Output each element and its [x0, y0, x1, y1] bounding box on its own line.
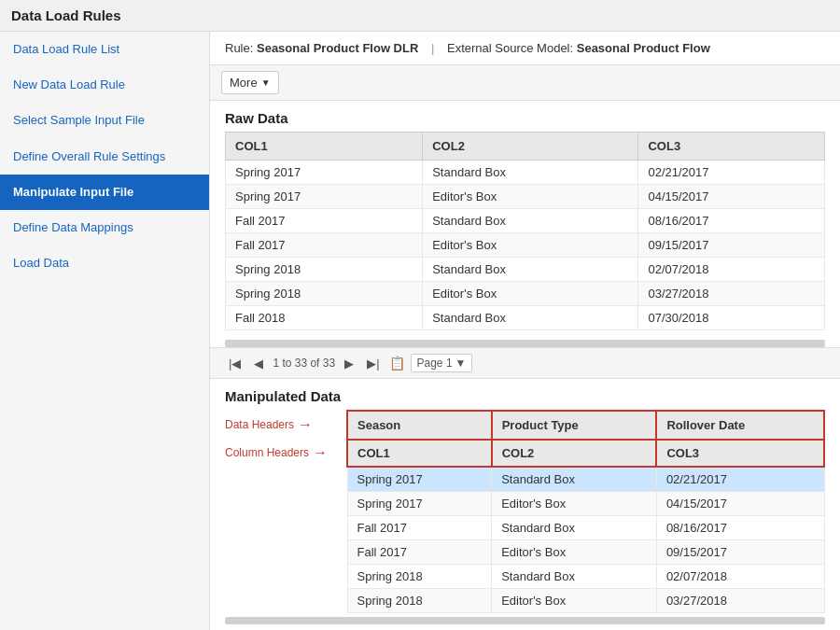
raw-cell-6-2: 07/30/2018 — [638, 306, 825, 330]
raw-cell-5-1: Editor's Box — [423, 282, 638, 306]
pagination-bar: |◀ ◀ 1 to 33 of 33 ▶ ▶| 📋 Page 1 ▼ — [210, 347, 840, 379]
raw-data-table-container: COL1COL2COL3 Spring 2017Standard Box02/2… — [210, 132, 840, 338]
sidebar-item-define-overall-rule-settings[interactable]: Define Overall Rule Settings — [0, 139, 209, 175]
annotations-wrapper: Data Headers → Column Headers → SeasonPr… — [225, 410, 825, 613]
raw-data-row: Fall 2018Standard Box07/30/2018 — [226, 306, 825, 330]
manip-cell-2-1: Standard Box — [492, 516, 657, 540]
raw-cell-3-2: 09/15/2017 — [638, 233, 825, 258]
raw-data-row: Spring 2018Standard Box02/07/2018 — [226, 258, 825, 282]
manipulated-section: Data Headers → Column Headers → SeasonPr… — [210, 410, 840, 613]
manip-data-row[interactable]: Fall 2017Standard Box08/16/2017 — [347, 516, 824, 540]
manipulated-table-wrapper: SeasonProduct TypeRollover Date COL1COL2… — [346, 410, 825, 613]
raw-cell-4-0: Spring 2018 — [226, 258, 423, 282]
data-headers-label: Data Headers → — [225, 416, 313, 433]
sidebar-item-load-data[interactable]: Load Data — [0, 245, 209, 281]
last-page-button[interactable]: ▶| — [363, 356, 383, 371]
main-container: Data Load Rule ListNew Data Load RuleSel… — [0, 32, 840, 630]
manip-cell-3-2: 09/15/2017 — [656, 540, 824, 565]
page-select[interactable]: Page 1 ▼ — [411, 354, 473, 372]
manip-cell-1-1: Editor's Box — [492, 492, 657, 516]
annotations-column: Data Headers → Column Headers → — [225, 410, 346, 613]
raw-cell-1-0: Spring 2017 — [226, 185, 423, 209]
raw-data-row: Fall 2017Standard Box08/16/2017 — [226, 209, 825, 233]
manip-cell-3-0: Fall 2017 — [347, 540, 492, 565]
manip-cell-1-0: Spring 2017 — [347, 492, 492, 516]
rule-label: Rule: — [225, 41, 253, 55]
manipulated-data-title: Manipulated Data — [210, 379, 840, 410]
chevron-down-icon: ▼ — [261, 77, 271, 88]
manip-cell-4-1: Standard Box — [492, 565, 657, 589]
raw-cell-1-1: Editor's Box — [423, 185, 638, 209]
sidebar-item-manipulate-input-file[interactable]: Manipulate Input File — [0, 175, 209, 210]
raw-data-row: Spring 2017Editor's Box04/15/2017 — [226, 185, 825, 209]
raw-cell-0-1: Standard Box — [423, 161, 638, 185]
manip-cell-0-2: 02/21/2017 — [656, 467, 824, 492]
external-label: External Source Model: — [447, 41, 573, 55]
page-chevron-icon: ▼ — [455, 357, 467, 370]
raw-cell-3-1: Editor's Box — [423, 233, 638, 258]
more-button-label: More — [230, 76, 258, 90]
manip-col-header-row: COL1COL2COL3 — [347, 440, 824, 467]
raw-cell-1-2: 04/15/2017 — [638, 185, 825, 209]
raw-cell-5-0: Spring 2018 — [226, 282, 423, 306]
manip-cell-5-0: Spring 2018 — [347, 589, 492, 613]
manip-header-row: SeasonProduct TypeRollover Date — [347, 411, 824, 440]
raw-data-row: Fall 2017Editor's Box09/15/2017 — [226, 233, 825, 258]
manip-col-header-1: COL2 — [492, 440, 657, 467]
main-content: Rule: Seasonal Product Flow DLR | Extern… — [210, 32, 840, 630]
column-headers-arrow: → — [313, 444, 328, 461]
raw-col-header-2: COL3 — [638, 133, 825, 161]
manip-cell-5-1: Editor's Box — [492, 589, 657, 613]
manip-data-body: Spring 2017Standard Box02/21/2017Spring … — [347, 467, 824, 613]
raw-cell-3-0: Fall 2017 — [226, 233, 423, 258]
manip-data-row[interactable]: Spring 2018Editor's Box03/27/2018 — [347, 589, 824, 613]
raw-data-row: Spring 2018Editor's Box03/27/2018 — [226, 282, 825, 306]
manip-data-row[interactable]: Fall 2017Editor's Box09/15/2017 — [347, 540, 824, 565]
raw-data-header-row: COL1COL2COL3 — [226, 133, 825, 161]
manip-cell-4-0: Spring 2018 — [347, 565, 492, 589]
manip-data-row[interactable]: Spring 2017Standard Box02/21/2017 — [347, 467, 824, 492]
manip-cell-2-0: Fall 2017 — [347, 516, 492, 540]
prev-page-button[interactable]: ◀ — [250, 356, 267, 371]
page-label: Page 1 — [417, 357, 453, 370]
copy-icon: 📋 — [389, 356, 405, 371]
more-button[interactable]: More ▼ — [221, 71, 279, 94]
raw-data-table: COL1COL2COL3 Spring 2017Standard Box02/2… — [225, 132, 825, 330]
next-page-button[interactable]: ▶ — [341, 356, 357, 371]
manip-header-2: Rollover Date — [656, 411, 824, 440]
manip-data-row[interactable]: Spring 2017Editor's Box04/15/2017 — [347, 492, 824, 516]
manip-data-scrollbar[interactable] — [225, 617, 825, 624]
raw-data-row: Spring 2017Standard Box02/21/2017 — [226, 161, 825, 185]
raw-col-header-0: COL1 — [226, 133, 423, 161]
raw-data-scrollbar[interactable] — [225, 340, 825, 347]
raw-col-header-1: COL2 — [423, 133, 638, 161]
toolbar: More ▼ — [210, 65, 840, 101]
sidebar-item-data-load-rule-list[interactable]: Data Load Rule List — [0, 32, 209, 67]
sidebar: Data Load Rule ListNew Data Load RuleSel… — [0, 32, 210, 630]
manip-header-0: Season — [347, 411, 492, 440]
rule-header: Rule: Seasonal Product Flow DLR | Extern… — [210, 32, 840, 65]
raw-cell-2-1: Standard Box — [423, 209, 638, 233]
raw-cell-6-1: Standard Box — [423, 306, 638, 330]
raw-cell-2-2: 08/16/2017 — [638, 209, 825, 233]
raw-data-body: Spring 2017Standard Box02/21/2017Spring … — [226, 161, 825, 330]
manip-cell-4-2: 02/07/2018 — [656, 565, 824, 589]
manip-cell-1-2: 04/15/2017 — [656, 492, 824, 516]
sidebar-item-new-data-load-rule[interactable]: New Data Load Rule — [0, 67, 209, 103]
page-title: Data Load Rules — [0, 0, 840, 32]
external-name: Seasonal Product Flow — [577, 41, 710, 55]
manip-cell-3-1: Editor's Box — [492, 540, 657, 565]
manipulated-data-table: SeasonProduct TypeRollover Date COL1COL2… — [346, 410, 825, 613]
manip-col-header-2: COL3 — [656, 440, 824, 467]
sidebar-item-define-data-mappings[interactable]: Define Data Mappings — [0, 210, 209, 245]
column-headers-label: Column Headers → — [225, 444, 328, 461]
sidebar-item-select-sample-input-file[interactable]: Select Sample Input File — [0, 103, 209, 138]
raw-cell-5-2: 03/27/2018 — [638, 282, 825, 306]
manip-cell-0-0: Spring 2017 — [347, 467, 492, 492]
raw-data-title: Raw Data — [210, 101, 840, 132]
manip-header-1: Product Type — [492, 411, 657, 440]
manip-data-row[interactable]: Spring 2018Standard Box02/07/2018 — [347, 565, 824, 589]
data-headers-arrow: → — [298, 416, 313, 433]
first-page-button[interactable]: |◀ — [225, 356, 245, 371]
manip-cell-5-2: 03/27/2018 — [656, 589, 824, 613]
